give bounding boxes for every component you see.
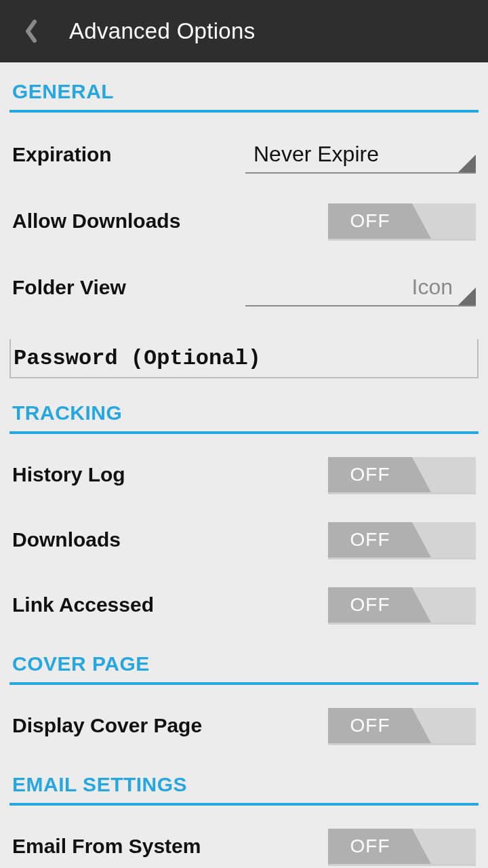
section-general: GENERAL Expiration Never Expire Allow Do…: [9, 62, 479, 378]
toggle-knob: OFF: [328, 708, 412, 743]
content-area: GENERAL Expiration Never Expire Allow Do…: [0, 62, 488, 868]
header-bar: Advanced Options: [0, 0, 488, 62]
toggle-history-log[interactable]: OFF: [328, 457, 476, 492]
row-folder-view: Folder View Icon: [9, 254, 479, 321]
password-input[interactable]: [9, 339, 479, 378]
section-cover-page: COVER PAGE Display Cover Page OFF: [9, 637, 479, 758]
toggle-display-cover[interactable]: OFF: [328, 708, 476, 743]
toggle-downloads[interactable]: OFF: [328, 522, 476, 557]
section-header-cover: COVER PAGE: [9, 637, 479, 685]
label-email-from-system: Email From System: [12, 835, 201, 858]
expiration-dropdown[interactable]: Never Expire: [245, 136, 476, 174]
toggle-knob: OFF: [328, 203, 412, 239]
section-header-email: EMAIL SETTINGS: [9, 758, 479, 806]
page-title: Advanced Options: [69, 18, 255, 44]
toggle-allow-downloads[interactable]: OFF: [328, 203, 476, 239]
section-header-tracking: TRACKING: [9, 378, 479, 434]
toggle-knob: OFF: [328, 829, 412, 864]
back-button[interactable]: [20, 18, 42, 45]
row-allow-downloads: Allow Downloads OFF: [9, 189, 479, 254]
row-downloads: Downloads OFF: [9, 507, 479, 572]
chevron-left-icon: [24, 20, 38, 43]
toggle-link-accessed[interactable]: OFF: [328, 587, 476, 623]
label-history-log: History Log: [12, 463, 125, 486]
label-allow-downloads: Allow Downloads: [12, 210, 180, 233]
row-link-accessed: Link Accessed OFF: [9, 572, 479, 637]
row-expiration: Expiration Never Expire: [9, 113, 479, 189]
toggle-email-from-system[interactable]: OFF: [328, 829, 476, 864]
label-link-accessed: Link Accessed: [12, 593, 154, 616]
label-folder-view: Folder View: [12, 276, 126, 299]
row-history-log: History Log OFF: [9, 434, 479, 507]
label-expiration: Expiration: [12, 143, 112, 166]
folder-view-dropdown[interactable]: Icon: [245, 269, 476, 307]
label-downloads: Downloads: [12, 528, 121, 551]
toggle-knob: OFF: [328, 522, 412, 557]
row-email-from-system: Email From System OFF: [9, 806, 479, 868]
toggle-knob: OFF: [328, 457, 412, 492]
section-email-settings: EMAIL SETTINGS Email From System OFF: [9, 758, 479, 868]
row-display-cover: Display Cover Page OFF: [9, 685, 479, 758]
section-tracking: TRACKING History Log OFF Downloads OFF L…: [9, 378, 479, 637]
toggle-knob: OFF: [328, 587, 412, 623]
label-display-cover: Display Cover Page: [12, 714, 202, 737]
section-header-general: GENERAL: [9, 62, 479, 113]
